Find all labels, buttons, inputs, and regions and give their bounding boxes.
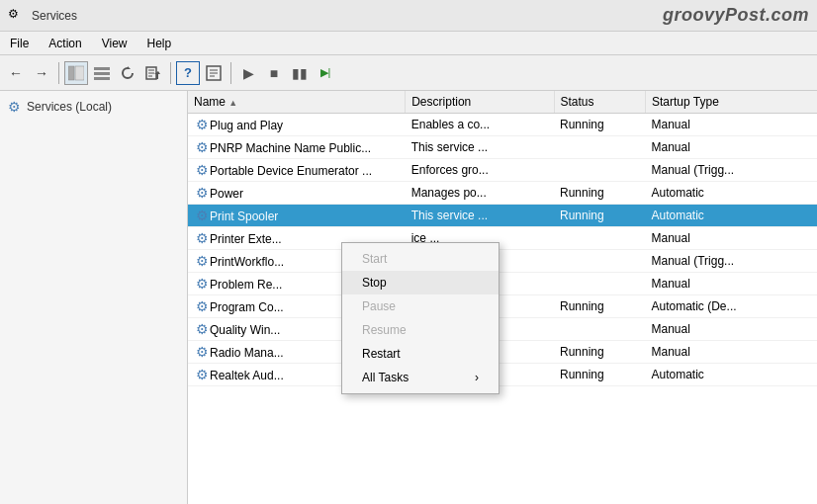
service-gear-icon: ⚙ (194, 230, 210, 246)
service-startup-type-cell: Manual (Trigg... (646, 250, 817, 273)
service-startup-type-cell: Automatic (De... (646, 295, 817, 318)
service-name-cell: ⚙Print Spooler (188, 205, 406, 227)
context-menu-item-stop[interactable]: Stop (342, 271, 499, 294)
table-row[interactable]: ⚙Plug and PlayEnables a co...RunningManu… (188, 114, 817, 136)
services-local-label: Services (Local) (27, 100, 112, 114)
col-header-description[interactable]: Description (406, 91, 554, 114)
title-bar: ⚙ Services groovyPost.com (0, 0, 817, 32)
col-header-status[interactable]: Status (554, 91, 646, 114)
service-gear-icon: ⚙ (194, 162, 210, 178)
service-gear-icon: ⚙ (194, 321, 210, 337)
context-menu-item-all-tasks[interactable]: All Tasks› (342, 366, 499, 389)
toolbar-separator-3 (230, 62, 231, 84)
svg-marker-5 (128, 66, 131, 69)
service-description-cell: Enforces gro... (406, 159, 554, 182)
table-row[interactable]: ⚙Print SpoolerThis service ...RunningAut… (188, 205, 817, 227)
service-status-cell: Running (554, 364, 646, 386)
title-bar-text: Services (32, 9, 663, 23)
context-menu-item-start: Start (342, 247, 499, 271)
service-description-cell: This service ... (406, 205, 554, 227)
table-row[interactable]: ⚙Radio Mana...na...RunningManual (188, 341, 817, 364)
table-row[interactable]: ⚙Problem Re...ice ...Manual (188, 273, 817, 295)
table-row[interactable]: ⚙Printer Exte...ice ...Manual (188, 227, 817, 250)
menu-bar: File Action View Help (0, 32, 817, 55)
toolbar: ← → ? (0, 55, 817, 91)
service-description-cell: Manages po... (406, 182, 554, 205)
service-status-cell (554, 318, 646, 341)
forward-button[interactable]: → (30, 61, 53, 85)
context-menu-item-label: Pause (362, 299, 396, 313)
services-table: Name ▲ Description Status Startup Type ⚙… (188, 91, 817, 386)
sort-arrow-icon: ▲ (228, 98, 237, 108)
context-menu-item-label: Restart (362, 347, 401, 361)
toolbar-separator-2 (170, 62, 171, 84)
show-hide-tree-button[interactable] (64, 61, 88, 85)
menu-file[interactable]: File (0, 35, 39, 52)
service-name-cell: ⚙Power (188, 182, 406, 205)
service-status-cell: Running (554, 205, 646, 227)
svg-rect-0 (68, 66, 74, 80)
service-gear-icon: ⚙ (194, 139, 210, 155)
context-menu-item-restart[interactable]: Restart (342, 342, 499, 366)
properties-button[interactable] (202, 61, 226, 85)
context-menu-item-resume: Resume (342, 318, 499, 342)
export-button[interactable] (141, 61, 165, 85)
table-row[interactable]: ⚙PNRP Machine Name Public...This service… (188, 136, 817, 159)
service-gear-icon: ⚙ (194, 117, 210, 132)
service-startup-type-cell: Manual (646, 341, 817, 364)
svg-rect-4 (94, 77, 110, 80)
service-status-cell: Running (554, 295, 646, 318)
col-header-startup-type[interactable]: Startup Type (646, 91, 817, 114)
toolbar-separator-1 (58, 62, 59, 84)
service-startup-type-cell: Automatic (646, 205, 817, 227)
service-name-cell: ⚙PNRP Machine Name Public... (188, 136, 406, 159)
table-row[interactable]: ⚙PowerManages po...RunningAutomatic (188, 182, 817, 205)
play-button[interactable]: ▶ (236, 61, 260, 85)
service-status-cell (554, 136, 646, 159)
left-panel: ⚙ Services (Local) (0, 91, 188, 504)
service-status-cell: Running (554, 182, 646, 205)
restart-button[interactable]: ▶| (314, 61, 337, 85)
context-menu-item-label: Resume (362, 323, 407, 337)
service-startup-type-cell: Automatic (646, 364, 817, 386)
help-button[interactable]: ? (176, 61, 200, 85)
table-row[interactable]: ⚙Program Co...ice ...RunningAutomatic (D… (188, 295, 817, 318)
service-startup-type-cell: Manual (Trigg... (646, 159, 817, 182)
table-row[interactable]: ⚙Portable Device Enumerator ...Enforces … (188, 159, 817, 182)
table-row[interactable]: ⚙Realtek Aud...udi...RunningAutomatic (188, 364, 817, 386)
service-gear-icon: ⚙ (194, 276, 210, 292)
menu-help[interactable]: Help (137, 35, 182, 52)
menu-view[interactable]: View (92, 35, 137, 52)
groovy-post-watermark: groovyPost.com (663, 5, 809, 26)
services-local-icon: ⚙ (8, 99, 21, 115)
back-button[interactable]: ← (4, 61, 28, 85)
show-list-button[interactable] (90, 61, 114, 85)
service-startup-type-cell: Manual (646, 227, 817, 250)
app-icon: ⚙ (8, 7, 26, 25)
svg-rect-2 (94, 67, 110, 70)
left-panel-title: ⚙ Services (Local) (4, 95, 183, 119)
col-header-name[interactable]: Name ▲ (188, 91, 406, 114)
pause-button[interactable]: ▮▮ (288, 61, 312, 85)
refresh-button[interactable] (116, 61, 139, 85)
service-gear-icon: ⚙ (194, 208, 210, 223)
context-menu-item-pause: Pause (342, 294, 499, 318)
context-menu-item-label: Stop (362, 276, 387, 290)
main-layout: ⚙ Services (Local) Name ▲ Description St… (0, 91, 817, 504)
service-startup-type-cell: Manual (646, 114, 817, 136)
context-menu: StartStopPauseResumeRestartAll Tasks› (341, 242, 499, 394)
context-menu-item-label: Start (362, 252, 387, 266)
svg-marker-10 (154, 71, 160, 79)
service-startup-type-cell: Manual (646, 318, 817, 341)
service-status-cell: Running (554, 114, 646, 136)
service-gear-icon: ⚙ (194, 344, 210, 360)
stop-button[interactable]: ■ (262, 61, 286, 85)
menu-action[interactable]: Action (39, 35, 91, 52)
service-status-cell (554, 227, 646, 250)
context-menu-item-label: All Tasks (362, 371, 408, 384)
service-startup-type-cell: Manual (646, 273, 817, 295)
table-row[interactable]: ⚙PrintWorkflo...sup...Manual (Trigg... (188, 250, 817, 273)
service-name-cell: ⚙Portable Device Enumerator ... (188, 159, 406, 182)
table-row[interactable]: ⚙Quality Win...Win...Manual (188, 318, 817, 341)
service-gear-icon: ⚙ (194, 185, 210, 201)
